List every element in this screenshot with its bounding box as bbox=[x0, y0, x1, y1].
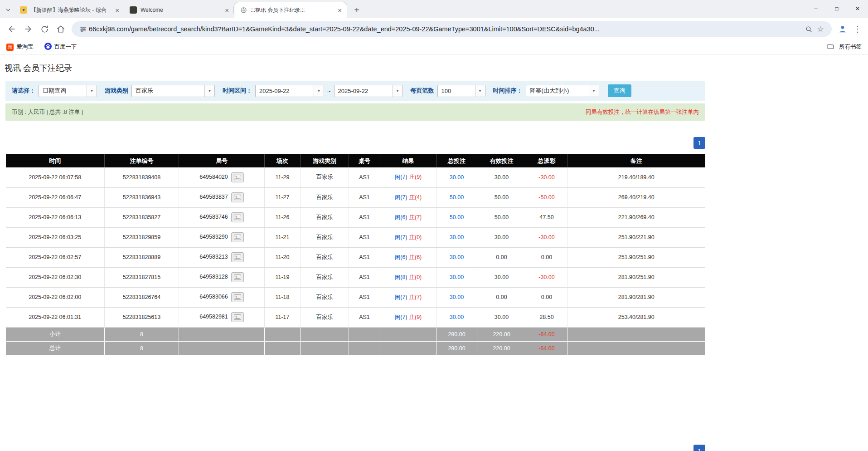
cell-note: 219.40/189.40 bbox=[567, 167, 705, 187]
round-number: 649583837 bbox=[199, 194, 228, 200]
summary-bar: 币别 : 人民币 | 总共 :8 注单 | 同局有效投注，统一计算在该局第一张注… bbox=[5, 103, 705, 121]
maximize-button[interactable]: □ bbox=[826, 0, 847, 17]
cell-table-no: AS1 bbox=[349, 307, 380, 327]
subtotal-payout: -64.00 bbox=[526, 327, 567, 341]
pagination-page-1-top[interactable]: 1 bbox=[693, 137, 705, 149]
subtotal-count: 8 bbox=[105, 327, 179, 341]
reload-button[interactable] bbox=[36, 21, 53, 37]
cell-total-bet[interactable]: 30.00 bbox=[436, 307, 477, 327]
tab-close-icon[interactable]: × bbox=[223, 7, 230, 14]
bookmark-star-icon[interactable]: ☆ bbox=[815, 25, 826, 34]
chevron-down-icon[interactable]: ▾ bbox=[314, 85, 324, 97]
folder-icon bbox=[827, 43, 834, 52]
cell-note: 281.90/281.90 bbox=[567, 287, 705, 307]
cell-game-type: 百家乐 bbox=[301, 267, 349, 287]
tab-close-icon[interactable]: × bbox=[114, 7, 121, 14]
bookmark-baidu[interactable]: 百度一下 bbox=[44, 43, 77, 51]
chevron-down-icon[interactable]: ▾ bbox=[475, 85, 485, 97]
banker-result: 庄(7) bbox=[409, 294, 422, 300]
home-button[interactable] bbox=[53, 21, 69, 37]
date-start-select[interactable]: 2025-09-22 ▾ bbox=[255, 85, 324, 97]
cell-result: 闲(7)庄(4) bbox=[380, 187, 436, 207]
tab-welcome[interactable]: Welcome × bbox=[124, 2, 234, 18]
chevron-down-icon[interactable]: ▾ bbox=[589, 85, 599, 97]
cell-total-bet[interactable]: 30.00 bbox=[436, 287, 477, 307]
tab-forum[interactable]: ♥ 【新提醒】海燕策略论坛 - 综合 × bbox=[15, 2, 124, 18]
header-table-no: 桌号 bbox=[349, 154, 380, 167]
cell-table-no: AS1 bbox=[349, 167, 380, 187]
video-replay-icon[interactable] bbox=[231, 292, 244, 302]
pagination-page-1-bottom[interactable]: 1 bbox=[693, 445, 705, 451]
forward-button[interactable] bbox=[20, 21, 36, 37]
game-type-label: 游戏类别 bbox=[105, 87, 128, 95]
video-replay-icon[interactable] bbox=[231, 312, 244, 322]
cell-result: 闲(7)庄(7) bbox=[380, 287, 436, 307]
tab-search-chevron-icon[interactable] bbox=[2, 2, 15, 18]
profile-avatar-icon[interactable] bbox=[834, 21, 851, 37]
cell-session: 11-18 bbox=[265, 287, 301, 307]
site-info-tune-icon[interactable] bbox=[77, 25, 89, 33]
cell-total-bet[interactable]: 30.00 bbox=[436, 267, 477, 287]
tab-close-icon[interactable]: × bbox=[336, 7, 343, 14]
sort-select[interactable]: 降幂(由大到小) ▾ bbox=[526, 85, 599, 97]
video-replay-icon[interactable] bbox=[231, 252, 244, 262]
date-end-select[interactable]: 2025-09-22 ▾ bbox=[334, 85, 403, 97]
cell-payout: -50.00 bbox=[526, 187, 567, 207]
cell-total-bet[interactable]: 50.00 bbox=[436, 187, 477, 207]
banker-result: 庄(0) bbox=[409, 274, 422, 280]
cell-result: 闲(8)庄(0) bbox=[380, 267, 436, 287]
table-header-row: 时间 注单编号 局号 场次 游戏类别 桌号 结果 总投注 有效投注 总派彩 备注 bbox=[6, 154, 705, 167]
cell-session: 11-17 bbox=[265, 307, 301, 327]
cell-result: 闲(7)庄(9) bbox=[380, 307, 436, 327]
cell-note: 253.40/281.90 bbox=[567, 307, 705, 327]
cell-round: 649583066 bbox=[179, 287, 265, 307]
cell-game-type: 百家乐 bbox=[301, 287, 349, 307]
address-bar[interactable]: 66cxkj98.com/game/betrecord_search/kind3… bbox=[72, 21, 832, 37]
search-button[interactable]: 查询 bbox=[608, 84, 631, 97]
cell-session: 11-20 bbox=[265, 247, 301, 267]
cell-round: 649583290 bbox=[179, 227, 265, 247]
minimize-button[interactable]: – bbox=[805, 0, 826, 17]
new-tab-button[interactable]: + bbox=[350, 3, 364, 17]
chevron-down-icon[interactable]: ▾ bbox=[393, 85, 402, 97]
total-total-bet: 280.00 bbox=[436, 341, 477, 355]
cell-total-bet[interactable]: 30.00 bbox=[436, 227, 477, 247]
tab-bar: ♥ 【新提醒】海燕策略论坛 - 综合 × Welcome × :::视讯 会员下… bbox=[0, 0, 868, 18]
total-label: 总计 bbox=[6, 341, 105, 355]
date-range-tilde: ~ bbox=[327, 88, 331, 94]
date-mode-select[interactable]: 日期查询 ▾ bbox=[39, 85, 97, 97]
forum-favicon-icon: ♥ bbox=[20, 6, 27, 14]
zoom-icon[interactable] bbox=[803, 25, 815, 33]
browser-menu-icon[interactable]: ⋮ bbox=[851, 24, 864, 34]
video-replay-icon[interactable] bbox=[231, 212, 244, 222]
bookmark-taobao[interactable]: 淘 爱淘宝 bbox=[6, 43, 34, 51]
subtotal-row: 小计 8 280.00 220.00 -64.00 bbox=[6, 327, 705, 341]
cell-total-bet[interactable]: 30.00 bbox=[436, 167, 477, 187]
cell-valid-bet: 0.00 bbox=[477, 247, 526, 267]
subtotal-label: 小计 bbox=[6, 327, 105, 341]
video-replay-icon[interactable] bbox=[231, 232, 244, 242]
round-number: 649584020 bbox=[199, 174, 228, 180]
tab-bet-records[interactable]: :::视讯 会员下注纪录::: × bbox=[234, 2, 347, 18]
header-game-type: 游戏类别 bbox=[301, 154, 349, 167]
video-replay-icon[interactable] bbox=[231, 272, 244, 282]
cell-total-bet[interactable]: 30.00 bbox=[436, 247, 477, 267]
banker-result: 庄(0) bbox=[409, 234, 422, 240]
video-replay-icon[interactable] bbox=[231, 172, 244, 182]
cell-bet-id: 522831835827 bbox=[105, 207, 179, 227]
per-page-select[interactable]: 100 ▾ bbox=[437, 85, 485, 97]
chevron-down-icon[interactable]: ▾ bbox=[204, 85, 214, 97]
cell-total-bet[interactable]: 50.00 bbox=[436, 207, 477, 227]
cell-payout: -30.00 bbox=[526, 267, 567, 287]
url-text[interactable]: 66cxkj98.com/game/betrecord_search/kind3… bbox=[89, 25, 803, 33]
back-button[interactable] bbox=[4, 21, 20, 37]
chevron-down-icon[interactable]: ▾ bbox=[87, 85, 97, 97]
close-button[interactable]: ✕ bbox=[847, 0, 868, 17]
table-row: 2025-09-22 06:01:31 522831825613 6495829… bbox=[6, 307, 705, 327]
cell-round: 649583746 bbox=[179, 207, 265, 227]
all-bookmarks-button[interactable]: 所有书签 bbox=[839, 43, 862, 51]
round-number: 649583213 bbox=[199, 254, 228, 260]
video-replay-icon[interactable] bbox=[231, 192, 244, 202]
game-type-select[interactable]: 百家乐 ▾ bbox=[131, 85, 215, 97]
cell-game-type: 百家乐 bbox=[301, 207, 349, 227]
